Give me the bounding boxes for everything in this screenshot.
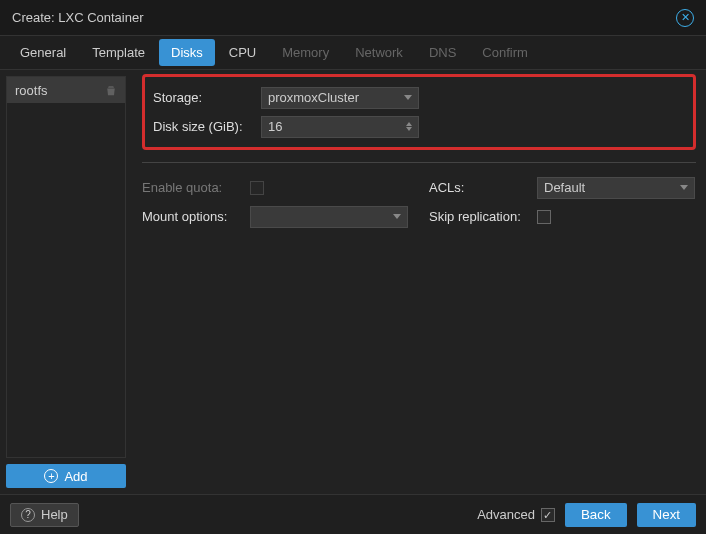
disksize-value: 16: [268, 119, 282, 134]
enable-quota-checkbox: [250, 181, 264, 195]
enable-quota-row: Enable quota:: [142, 173, 409, 202]
advanced-label: Advanced: [477, 507, 535, 522]
acls-row: ACLs: Default: [429, 173, 696, 202]
tab-confirm: Confirm: [470, 39, 540, 66]
chevron-down-icon: [404, 95, 412, 100]
next-button[interactable]: Next: [637, 503, 696, 527]
help-label: Help: [41, 507, 68, 522]
left-column: Enable quota: Mount options:: [142, 173, 409, 231]
close-icon: ✕: [681, 12, 690, 23]
skip-replication-row: Skip replication:: [429, 202, 696, 231]
disk-item-label: rootfs: [15, 83, 48, 98]
divider: [142, 162, 696, 163]
main-area: rootfs + Add Storage: proxmoxCluster Dis…: [0, 70, 706, 494]
add-disk-label: Add: [64, 469, 87, 484]
tab-template[interactable]: Template: [80, 39, 157, 66]
tab-general[interactable]: General: [8, 39, 78, 66]
skip-replication-label: Skip replication:: [429, 209, 537, 224]
footer-right: Advanced Back Next: [477, 503, 696, 527]
advanced-columns: Enable quota: Mount options: ACLs: Defau…: [142, 173, 696, 231]
advanced-checkbox[interactable]: [541, 508, 555, 522]
mount-options-label: Mount options:: [142, 209, 250, 224]
highlighted-section: Storage: proxmoxCluster Disk size (GiB):…: [142, 74, 696, 150]
add-disk-button[interactable]: + Add: [6, 464, 126, 488]
skip-replication-checkbox[interactable]: [537, 210, 551, 224]
tab-network: Network: [343, 39, 415, 66]
storage-select[interactable]: proxmoxCluster: [261, 87, 419, 109]
disk-list: rootfs: [6, 76, 126, 458]
footer: ? Help Advanced Back Next: [0, 494, 706, 534]
close-button[interactable]: ✕: [676, 9, 694, 27]
enable-quota-label: Enable quota:: [142, 180, 250, 195]
disk-item-rootfs[interactable]: rootfs: [7, 77, 125, 103]
disksize-input[interactable]: 16: [261, 116, 419, 138]
spinner-icon: [406, 122, 412, 131]
help-button[interactable]: ? Help: [10, 503, 79, 527]
mount-options-row: Mount options:: [142, 202, 409, 231]
back-button[interactable]: Back: [565, 503, 627, 527]
tab-memory: Memory: [270, 39, 341, 66]
advanced-toggle[interactable]: Advanced: [477, 507, 555, 522]
disksize-row: Disk size (GiB): 16: [153, 112, 685, 141]
acls-value: Default: [544, 180, 585, 195]
tab-disks[interactable]: Disks: [159, 39, 215, 66]
tab-dns: DNS: [417, 39, 468, 66]
disk-form: Storage: proxmoxCluster Disk size (GiB):…: [132, 70, 706, 494]
tabbar: General Template Disks CPU Memory Networ…: [0, 36, 706, 70]
help-icon: ?: [21, 508, 35, 522]
storage-value: proxmoxCluster: [268, 90, 359, 105]
tab-cpu[interactable]: CPU: [217, 39, 268, 66]
plus-icon: +: [44, 469, 58, 483]
acls-select[interactable]: Default: [537, 177, 695, 199]
disksize-label: Disk size (GiB):: [153, 119, 261, 134]
right-column: ACLs: Default Skip replication:: [429, 173, 696, 231]
mount-options-select[interactable]: [250, 206, 408, 228]
titlebar: Create: LXC Container ✕: [0, 0, 706, 36]
chevron-down-icon: [680, 185, 688, 190]
storage-row: Storage: proxmoxCluster: [153, 83, 685, 112]
acls-label: ACLs:: [429, 180, 537, 195]
trash-icon: [105, 84, 117, 96]
disk-sidebar: rootfs + Add: [0, 70, 132, 494]
storage-label: Storage:: [153, 90, 261, 105]
chevron-down-icon: [393, 214, 401, 219]
window-title: Create: LXC Container: [12, 10, 144, 25]
